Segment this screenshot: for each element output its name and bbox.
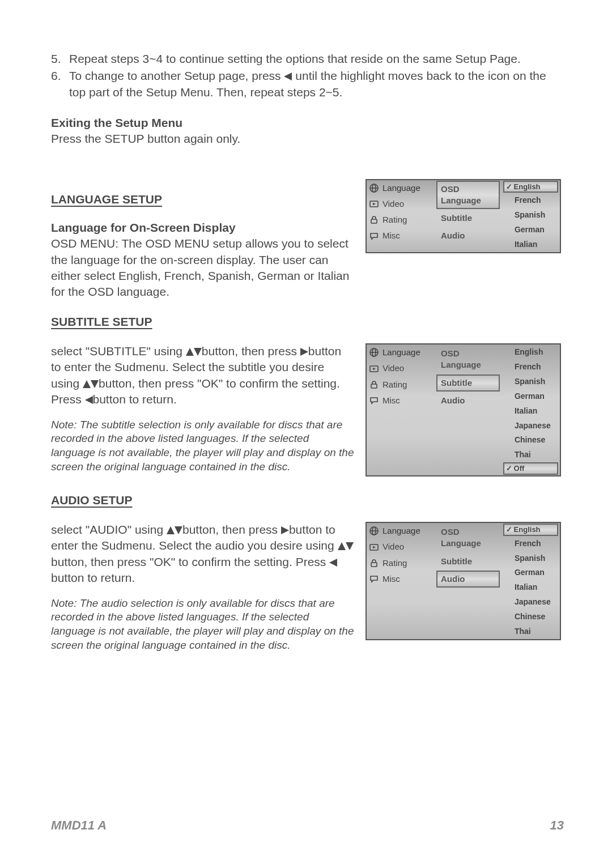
footer-page: 13 — [550, 817, 564, 834]
arrow-right-icon — [281, 526, 289, 534]
heading-osd-lang: Language for On-Screen Display — [51, 220, 354, 236]
step-text: Repeat steps 3~4 to continue setting the… — [69, 52, 521, 65]
menu-sidebar-item[interactable]: Rating — [367, 212, 435, 228]
step-num: 5. — [51, 51, 61, 67]
menu-option[interactable]: Italian — [503, 580, 558, 594]
menu-option[interactable]: French — [503, 537, 558, 551]
svg-rect-11 — [371, 384, 377, 388]
arrow-up-icon — [338, 542, 346, 550]
menu-option[interactable]: Italian — [503, 404, 558, 418]
menu-colb-item[interactable]: Subtitle — [436, 375, 500, 392]
menu-option[interactable]: French — [503, 193, 558, 207]
check-icon: ✓ — [506, 463, 512, 474]
arrow-left-icon — [85, 396, 93, 404]
menu-sidebar-label: Misc — [382, 395, 400, 406]
menu-sidebar-label: Rating — [382, 558, 407, 569]
menu-colb-item[interactable]: OSD Language — [436, 181, 500, 210]
menu-sidebar-item[interactable]: Video — [367, 196, 435, 212]
menu-sidebar-label: Language — [382, 182, 420, 194]
menu-icon — [369, 347, 379, 358]
svg-rect-17 — [371, 563, 377, 567]
arrow-left-icon — [329, 559, 337, 567]
menu-option[interactable]: English — [503, 345, 558, 359]
subtitle-para: select "SUBTITLE" using button, then pre… — [51, 343, 354, 407]
menu-colb-item[interactable]: Audio — [436, 227, 500, 244]
arrow-down-icon — [346, 542, 354, 550]
menu-colb-item[interactable]: OSD Language — [436, 345, 500, 374]
menu-sidebar-label: Video — [382, 363, 404, 374]
menu-icon — [369, 558, 379, 568]
menu-sidebar-item[interactable]: Rating — [367, 555, 435, 571]
menu-colb-item[interactable]: OSD Language — [436, 524, 500, 552]
menu-option[interactable]: Thai — [503, 624, 558, 639]
svg-rect-5 — [371, 219, 377, 223]
menu-option[interactable]: Spanish — [503, 375, 558, 389]
menu-option[interactable]: German — [503, 389, 558, 403]
heading-subtitle-setup: SUBTITLE SETUP — [51, 314, 561, 330]
subtitle-note: Note: The subtitle selection is only ava… — [51, 418, 354, 474]
heading-language-setup: LANGUAGE SETUP — [51, 192, 354, 207]
menu-sidebar-label: Language — [382, 525, 420, 537]
menu-icon — [369, 364, 379, 374]
menu-icon — [369, 542, 379, 552]
menu-option[interactable]: Spanish — [503, 208, 558, 222]
menu-option[interactable]: French — [503, 360, 558, 374]
svg-marker-10 — [373, 368, 376, 370]
menu-option[interactable]: ✓ English — [503, 524, 558, 536]
audio-note: Note: The audio selection is only availa… — [51, 597, 354, 653]
lang-para: OSD MENU: The OSD MENU setup allows you … — [51, 236, 354, 300]
menu-option[interactable]: German — [503, 223, 558, 237]
menu-option[interactable]: Japanese — [503, 595, 558, 609]
menu-icon — [369, 526, 379, 536]
menu-colb-item[interactable]: Subtitle — [436, 553, 500, 570]
menu-icon — [369, 183, 379, 193]
arrow-up-icon — [167, 526, 175, 534]
menu-sidebar-label: Misc — [382, 230, 400, 241]
menu-icon — [369, 380, 379, 390]
menu-option[interactable]: Italian — [503, 237, 558, 252]
menu-sidebar-item[interactable]: Language — [367, 523, 435, 539]
menu-option[interactable]: ✓ English — [503, 181, 558, 193]
menu-option[interactable]: ✓ Off — [503, 462, 558, 475]
menu-sidebar-label: Language — [382, 347, 420, 358]
menu-osd-language: LanguageVideoRatingMiscOSD LanguageSubti… — [366, 179, 561, 253]
menu-sidebar-item[interactable]: Video — [367, 539, 435, 555]
audio-para: select "AUDIO" using button, then press … — [51, 522, 354, 586]
heading-exiting: Exiting the Setup Menu — [51, 115, 561, 131]
check-icon: ✓ — [506, 182, 512, 192]
exit-text: Press the SETUP button again only. — [51, 131, 561, 147]
menu-option[interactable]: Thai — [503, 448, 558, 462]
arrow-down-icon — [175, 526, 182, 534]
arrow-left-icon — [284, 73, 292, 80]
menu-sidebar-label: Video — [382, 198, 404, 210]
menu-sidebar-item[interactable]: Rating — [367, 377, 435, 393]
step-6: 6. To change to another Setup page, pres… — [69, 68, 561, 100]
arrow-down-icon — [91, 380, 99, 388]
svg-marker-16 — [373, 546, 376, 548]
menu-option[interactable]: Japanese — [503, 419, 558, 433]
menu-subtitle: LanguageVideoRatingMiscOSD LanguageSubti… — [366, 343, 561, 476]
menu-icon — [369, 395, 379, 406]
menu-option[interactable]: German — [503, 565, 558, 580]
menu-sidebar-label: Misc — [382, 573, 400, 585]
menu-sidebar-item[interactable]: Misc — [367, 393, 435, 409]
menu-sidebar-item[interactable]: Misc — [367, 571, 435, 587]
arrow-up-icon — [83, 380, 91, 388]
menu-option[interactable]: Chinese — [503, 433, 558, 447]
menu-colb-item[interactable]: Subtitle — [436, 210, 500, 227]
menu-sidebar-item[interactable]: Language — [367, 180, 435, 196]
menu-colb-item[interactable]: Audio — [436, 392, 500, 409]
menu-option[interactable]: Chinese — [503, 610, 558, 624]
menu-option[interactable]: Spanish — [503, 551, 558, 565]
menu-icon — [369, 215, 379, 225]
page-footer: MMD11 A 13 — [51, 817, 564, 834]
menu-sidebar-item[interactable]: Video — [367, 360, 435, 376]
arrow-down-icon — [194, 348, 202, 356]
numbered-steps: 5. Repeat steps 3~4 to continue setting … — [51, 51, 561, 100]
step-num: 6. — [51, 68, 61, 84]
menu-colb-item[interactable]: Audio — [436, 571, 500, 588]
menu-icon — [369, 231, 379, 241]
menu-sidebar-item[interactable]: Language — [367, 344, 435, 360]
menu-sidebar-item[interactable]: Misc — [367, 228, 435, 244]
step-text-pre: To change to another Setup page, press — [69, 69, 284, 82]
